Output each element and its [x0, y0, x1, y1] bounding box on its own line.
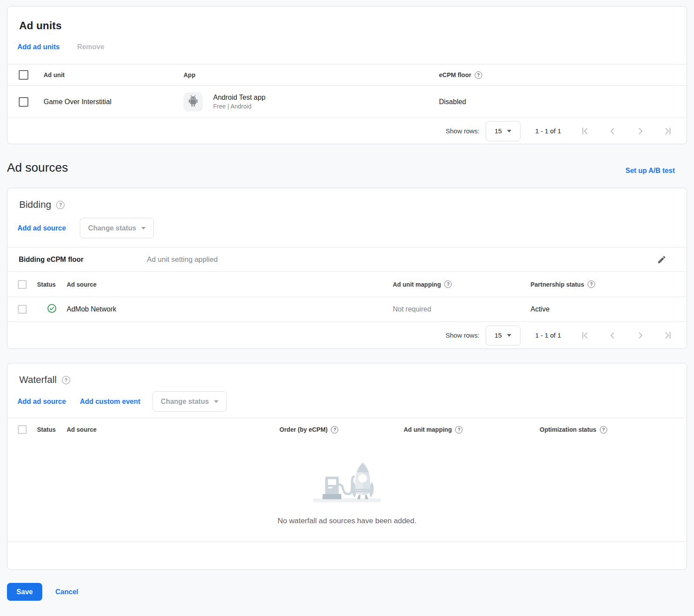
rows-per-page-value: 15 [494, 332, 502, 339]
page-footer-actions: Save Cancel [7, 583, 687, 601]
bidding-change-status-button[interactable]: Change status [80, 218, 154, 238]
waterfall-help-icon[interactable]: ? [62, 376, 70, 384]
bidding-card: Bidding ? Add ad source Change status Bi… [7, 188, 687, 349]
waterfall-table-header: Status Ad source Order (by eCPM) ? Ad un… [7, 418, 687, 441]
waterfall-header: Waterfall ? Add ad source Add custom eve… [7, 363, 687, 418]
ad-unit-row-checkbox[interactable] [19, 97, 28, 107]
ad-sources-title: Ad sources [7, 161, 68, 175]
waterfall-empty-state: No waterfall ad sources have been added. [7, 441, 687, 542]
cancel-button[interactable]: Cancel [53, 585, 81, 599]
bidding-ad-unit-mapping-value: Not required [393, 305, 531, 313]
column-partnership-status: Partnership status [531, 281, 584, 288]
status-active-check-icon [47, 304, 57, 315]
waterfall-change-status-button[interactable]: Change status [153, 391, 227, 412]
edit-pencil-icon[interactable] [657, 255, 667, 264]
page-range: 1 - 1 of 1 [535, 332, 561, 339]
bidding-header: Bidding ? Add ad source Change status [7, 188, 687, 247]
ad-units-card: Ad units Add ad units Remove Ad unit App… [7, 6, 687, 144]
rocket-fuel-pump-illustration [310, 452, 384, 505]
bidding-ecpm-floor-row: Bidding eCPM floor Ad unit setting appli… [7, 247, 687, 271]
chevron-down-icon [141, 227, 146, 230]
chevron-down-icon [507, 130, 511, 132]
add-custom-event-link[interactable]: Add custom event [80, 398, 140, 406]
ad-units-title: Ad units [19, 19, 687, 33]
previous-page-button[interactable] [607, 126, 618, 136]
rows-per-page-select[interactable]: 15 [486, 121, 520, 141]
waterfall-title: Waterfall [19, 374, 57, 386]
bidding-title: Bidding [19, 199, 51, 211]
ad-unit-table-row: Game Over Interstitial [7, 86, 687, 118]
page-range: 1 - 1 of 1 [535, 127, 561, 135]
app-meta: Free | Android [213, 102, 265, 111]
column-ad-unit-mapping: Ad unit mapping [393, 281, 441, 288]
android-robot-icon [187, 95, 199, 109]
bidding-pagination: Show rows: 15 1 - 1 of 1 [7, 322, 687, 349]
column-app: App [184, 71, 439, 78]
waterfall-footer-strip [7, 542, 687, 569]
column-optimization-status: Optimization status [540, 426, 596, 433]
show-rows-label: Show rows: [446, 127, 480, 135]
bidding-partnership-status-value: Active [531, 305, 687, 313]
column-order-by-ecpm: Order (by eCPM) [279, 426, 327, 433]
bidding-table-header: Status Ad source Ad unit mapping ? Partn… [7, 271, 687, 297]
column-status: Status [37, 281, 67, 288]
waterfall-add-ad-source-link[interactable]: Add ad source [17, 398, 66, 406]
app-name: Android Test app [213, 93, 265, 102]
first-page-button[interactable] [579, 126, 590, 136]
ad-units-table-header: Ad unit App eCPM floor ? [7, 64, 687, 86]
column-ad-source: Ad source [67, 426, 279, 433]
chevron-down-icon [214, 400, 218, 403]
bidding-help-icon[interactable]: ? [56, 201, 65, 209]
last-page-button[interactable] [663, 330, 674, 341]
rows-per-page-select[interactable]: 15 [486, 325, 520, 345]
column-ad-unit-mapping: Ad unit mapping [404, 426, 452, 433]
ad-sources-section-header: Ad sources Set up A/B test [7, 161, 675, 175]
bidding-row-checkbox[interactable] [18, 305, 27, 314]
ad-unit-ecpm-floor-value: Disabled [439, 98, 687, 106]
bidding-change-status-label: Change status [88, 224, 136, 232]
previous-page-button[interactable] [607, 330, 618, 341]
next-page-button[interactable] [635, 126, 646, 136]
show-rows-label: Show rows: [446, 332, 480, 339]
bidding-add-ad-source-link[interactable]: Add ad source [17, 224, 66, 232]
waterfall-empty-message: No waterfall ad sources have been added. [278, 517, 416, 525]
save-button[interactable]: Save [7, 583, 42, 601]
last-page-button[interactable] [663, 126, 674, 136]
bidding-ecpm-floor-value: Ad unit setting applied [147, 255, 657, 264]
column-status: Status [37, 426, 67, 433]
waterfall-change-status-label: Change status [161, 398, 209, 406]
ecpm-floor-help-icon[interactable]: ? [475, 71, 482, 79]
select-all-waterfall-checkbox[interactable] [18, 425, 27, 434]
partnership-status-help-icon[interactable]: ? [588, 281, 595, 288]
ad-units-pagination: Show rows: 15 1 - 1 of 1 [7, 118, 687, 144]
app-icon-container [184, 92, 203, 112]
chevron-down-icon [507, 334, 511, 337]
ad-unit-name: Game Over Interstitial [44, 98, 184, 106]
first-page-button[interactable] [579, 330, 590, 341]
bidding-ecpm-floor-label: Bidding eCPM floor [19, 256, 147, 264]
select-all-ad-units-checkbox[interactable] [19, 70, 28, 80]
order-by-ecpm-help-icon[interactable]: ? [331, 426, 338, 433]
column-ecpm-floor: eCPM floor [439, 71, 471, 78]
ad-units-header: Ad units Add ad units Remove [7, 7, 687, 64]
ad-unit-mapping-help-icon[interactable]: ? [444, 281, 452, 288]
add-ad-units-link[interactable]: Add ad units [17, 43, 60, 51]
next-page-button[interactable] [635, 330, 646, 341]
select-all-bidding-checkbox[interactable] [18, 280, 27, 289]
optimization-status-help-icon[interactable]: ? [600, 426, 607, 433]
waterfall-card: Waterfall ? Add ad source Add custom eve… [7, 363, 687, 570]
ad-unit-mapping-help-icon[interactable]: ? [455, 426, 463, 433]
bidding-table-row: AdMob Network Not required Active [7, 297, 687, 322]
remove-ad-units-link[interactable]: Remove [77, 43, 104, 51]
column-ad-unit: Ad unit [44, 71, 184, 78]
setup-ab-test-link[interactable]: Set up A/B test [626, 167, 675, 175]
column-ad-source: Ad source [67, 281, 393, 288]
bidding-ad-source-name: AdMob Network [67, 305, 393, 313]
rows-per-page-value: 15 [494, 127, 502, 135]
